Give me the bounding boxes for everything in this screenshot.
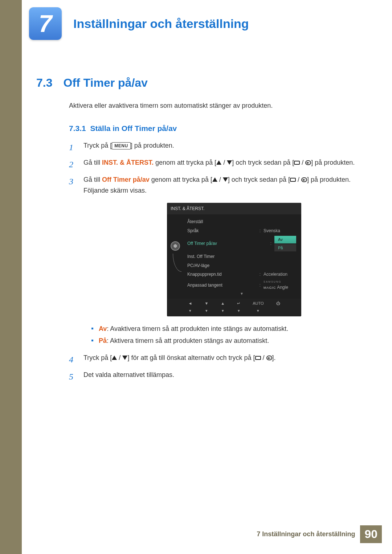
chapter-title: Inställningar och återställning [73,17,249,31]
up-arrow-icon [212,177,217,182]
section-heading: 7.3 Off Timer på/av [36,76,381,90]
chapter-header: 7 Inställningar och återställning [36,7,381,40]
osd-menu: Återställ Språk:Svenska Off Timer på/av:… [184,214,301,299]
osd-row: Språk:Svenska [185,226,298,235]
step-number: 3 [69,174,75,189]
gear-icon [171,241,180,251]
osd-title: INST. & ÅTERST. [167,203,301,214]
osd-row: Inst. Off Timer [185,252,298,261]
page-number: 90 [360,525,382,543]
osd-row: Anpassad tangent: SAMSUNGMAGIC Angle [185,279,298,292]
osd-option-pa: På [274,244,296,252]
source-icon [290,178,296,182]
down-arrow-icon [227,160,232,165]
section-number: 7.3 [36,76,52,90]
footer-text: 7 Inställningar och återställning [257,525,355,543]
osd-row: PC/AV-läge [185,261,298,270]
osd-enter-icon: ↵▾ [237,300,240,314]
step-5: 5 Det valda alternativet tillämpas. [69,369,381,384]
osd-row: Återställ [185,217,298,226]
sidebar-stripe [0,0,22,554]
section-intro: Aktivera eller avaktivera timern som aut… [69,102,381,110]
menu-key-icon: MENU [112,142,130,149]
chapter-number-box: 7 [29,7,62,40]
source-icon [294,161,300,165]
step-number: 5 [69,369,75,384]
osd-row: Knappupprepn.tid:Acceleration [185,270,298,279]
osd-back-icon: ◄▾ [188,300,192,314]
step-4: 4 Tryck på [ / ] för att gå till önskat … [69,352,381,367]
osd-power-icon: ⏻ [276,300,280,314]
osd-option-av: Av [274,236,296,243]
osd-up-icon: ▲▾ [221,300,225,314]
enter-icon [266,356,272,360]
osd-footer: ◄▾ ▼▾ ▲▾ ↵▾ AUTO▾ ⏻ [167,299,301,316]
up-arrow-icon [112,356,117,360]
source-icon [255,356,261,360]
osd-curve-icon [173,254,181,272]
step-number: 4 [69,352,75,367]
osd-more-indicator: ▾ [185,292,298,295]
bullet-pa: På: Aktivera timern så att produkten stä… [90,335,351,346]
step-list: 1 Tryck på [MENU] på produkten. 2 Gå til… [69,140,381,384]
subsection-title: 7.3.1 Ställa in Off Timer på/av [69,124,381,133]
bullet-av: Av: Avaktivera timern så att produkten i… [90,323,351,335]
enter-icon [305,160,311,165]
step-number: 2 [69,157,75,172]
up-arrow-icon [216,160,221,165]
osd-down-icon: ▼▾ [204,300,208,314]
down-arrow-icon [122,356,127,360]
chapter-number: 7 [39,10,52,37]
enter-icon [301,177,307,182]
step-3: 3 Gå till Off Timer på/av genom att tryc… [69,174,381,350]
step-1: 1 Tryck på [MENU] på produkten. [69,140,381,155]
osd-auto-label: AUTO▾ [253,300,264,314]
osd-preview: INST. & ÅTERST. Återställ Språk:Svenska … [167,203,301,316]
step-number: 1 [69,140,75,155]
osd-row-selected: Off Timer på/av: Av På [185,235,298,252]
option-bullets: Av: Avaktivera timern så att produkten i… [83,323,351,346]
down-arrow-icon [223,177,228,182]
page-footer: 7 Inställningar och återställning 90 [257,525,382,543]
page-content: 7 Inställningar och återställning 7.3 Of… [22,0,392,386]
step-2: 2 Gå till INST. & ÅTERST. genom att tryc… [69,157,381,172]
section-title: Off Timer på/av [63,76,147,90]
